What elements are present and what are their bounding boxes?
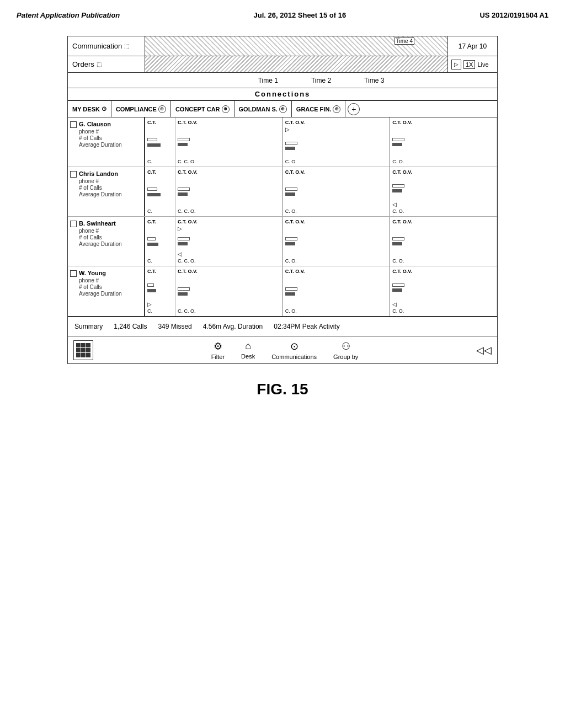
cg-bars <box>285 133 387 158</box>
ct-part: C.T. O.V. ◁ C. O. <box>390 266 497 316</box>
comm-icon: ⬚ <box>124 43 129 49</box>
cg-footer: C. O. <box>285 258 387 264</box>
cg-bar2 <box>285 242 295 245</box>
person-checkbox[interactable] <box>70 121 77 128</box>
cg-bar1 <box>392 138 404 141</box>
grace-fin-label: GRACE FIN. <box>296 106 332 113</box>
ct-bars <box>147 275 173 300</box>
summary-avg-duration: 4.56m Avg. Duration <box>203 323 263 330</box>
person-info: B. Swinheart phone # # of Calls Average … <box>68 217 145 266</box>
person-checkbox[interactable] <box>70 171 77 178</box>
filter-button[interactable]: ⚙ Filter <box>211 340 225 360</box>
tab-goldman[interactable]: GOLDMAN S. ⊕ <box>234 101 292 117</box>
toolbar-buttons: ⚙ Filter ⌂ Desk ⊙ Communications ⚇ Group… <box>211 340 359 360</box>
ct-solo-col: C.T. C. <box>145 217 175 266</box>
cg-label: C.T. O.V. <box>285 169 387 175</box>
column-group: C.T. O.V. C. O. <box>283 217 391 266</box>
comm-chart: Time 4 <box>145 36 447 56</box>
ct-label: C.T. <box>147 120 173 125</box>
date-display: 17 Apr 10 <box>459 42 487 50</box>
tab-grace-fin[interactable]: GRACE FIN. ⊕ <box>292 101 346 117</box>
play-button[interactable]: ▷ <box>451 60 461 69</box>
cg-bars <box>178 126 280 158</box>
person-row: G. Clauson phone # # of Calls Average Du… <box>68 117 497 167</box>
ct-solo-col: C.T. ▷ C. <box>145 266 175 316</box>
ct-part: C.T. O.V. C. C. O. <box>175 117 282 167</box>
cg-bar1 <box>285 188 297 191</box>
column-group: C.T. O.V. C. O. <box>390 117 497 167</box>
bar1 <box>147 138 157 141</box>
time-labels-content: Time 1 Time 2 Time 3 <box>145 77 497 84</box>
add-tab-button[interactable]: + <box>348 103 360 115</box>
group-by-label: Group by <box>333 354 358 360</box>
bar1 <box>147 283 154 287</box>
grid-icon <box>76 343 90 357</box>
person-duration: Average Duration <box>79 241 142 247</box>
ct-footer: C. <box>147 258 173 264</box>
bar2 <box>147 143 161 147</box>
cg-label: C.T. O.V. <box>285 269 387 274</box>
cg-bars <box>285 275 387 307</box>
summary-missed: 349 Missed <box>158 323 191 330</box>
ct-part: C.T. O.V. C. C. O. <box>175 266 282 316</box>
cg-bar1 <box>178 287 190 291</box>
cg-bars <box>285 226 387 257</box>
desk-icon: ⌂ <box>245 340 251 352</box>
cg-bar1 <box>178 138 190 141</box>
cg-bar2 <box>178 292 188 296</box>
cg-bar1 <box>392 283 404 287</box>
person-info-header: Chris Landon <box>70 170 142 178</box>
cg-bar2 <box>178 192 188 196</box>
cg-bar2 <box>392 189 402 192</box>
tab-bar: MY DESK ⊙ COMPLIANCE ⊕ CONCEPT CAR ⊕ GOL… <box>68 101 497 117</box>
cg-bar1 <box>285 142 297 145</box>
ct-part: C.T. O.V. ◁ C. O. <box>390 167 497 216</box>
patent-header: Patent Application Publication Jul. 26, … <box>11 11 554 19</box>
ct-label: C.T. <box>147 169 173 175</box>
communications-button[interactable]: ⊙ Communications <box>271 340 317 360</box>
cg-footer: C. O. <box>285 308 387 314</box>
person-phone: phone # <box>79 129 142 135</box>
ct-part: C.T. O.V. C. O. <box>390 217 497 266</box>
group-by-button[interactable]: ⚇ Group by <box>333 340 358 360</box>
compliance-icon: ⊕ <box>158 105 166 113</box>
compliance-label: COMPLIANCE <box>116 106 157 113</box>
desk-button[interactable]: ⌂ Desk <box>241 340 255 360</box>
cg-footer: C. O. <box>392 208 494 214</box>
comm-label-area: Communication ⬚ <box>68 36 145 56</box>
person-info-header: G. Clauson <box>70 121 142 128</box>
person-row: W. Young phone # # of Calls Average Dura… <box>68 266 497 316</box>
grid-view-button[interactable] <box>73 340 93 360</box>
col-play: ▷ <box>285 126 387 132</box>
cg-label: C.T. O.V. <box>392 120 494 125</box>
tab-mydesk[interactable]: MY DESK ⊙ <box>68 101 111 117</box>
cg-bar2 <box>392 242 402 245</box>
person-checkbox[interactable] <box>70 270 77 277</box>
connections-label: Connections <box>255 90 311 98</box>
person-info: Chris Landon phone # # of Calls Average … <box>68 167 145 216</box>
cg-footer: C. C. O. <box>178 159 280 164</box>
column-group: C.T. O.V. C. O. <box>283 266 391 316</box>
speed-button[interactable]: 1X <box>463 60 475 69</box>
cg-bar2 <box>392 288 402 292</box>
data-section: G. Clauson phone # # of Calls Average Du… <box>68 117 497 317</box>
patent-left: Patent Application Publication <box>17 11 120 19</box>
column-group: C.T. O.V. C. C. O. <box>175 117 283 167</box>
cg-footer: C. O. <box>392 258 494 264</box>
ct-solo-col: C.T. C. <box>145 117 175 167</box>
orders-icon: ⬚ <box>97 61 102 67</box>
person-calls: # of Calls <box>79 234 142 240</box>
ct-footer: C. <box>147 308 173 314</box>
tab-compliance[interactable]: COMPLIANCE ⊕ <box>111 101 171 117</box>
back-button[interactable]: ◁◁ <box>476 344 492 356</box>
cg-label: C.T. O.V. <box>178 120 280 125</box>
cg-footer: C. C. O. <box>178 258 280 264</box>
tab-concept-car[interactable]: CONCEPT CAR ⊕ <box>171 101 234 117</box>
orders-label: Orders <box>72 60 94 68</box>
column-group: C.T. O.V. ◁ C. O. <box>390 167 497 216</box>
cg-bar1 <box>178 237 190 240</box>
orders-bar: Orders ⬚ ▷ 1X Live <box>68 56 497 73</box>
person-row: B. Swinheart phone # # of Calls Average … <box>68 217 497 266</box>
cg-bar1 <box>392 184 404 188</box>
person-checkbox[interactable] <box>70 221 77 227</box>
